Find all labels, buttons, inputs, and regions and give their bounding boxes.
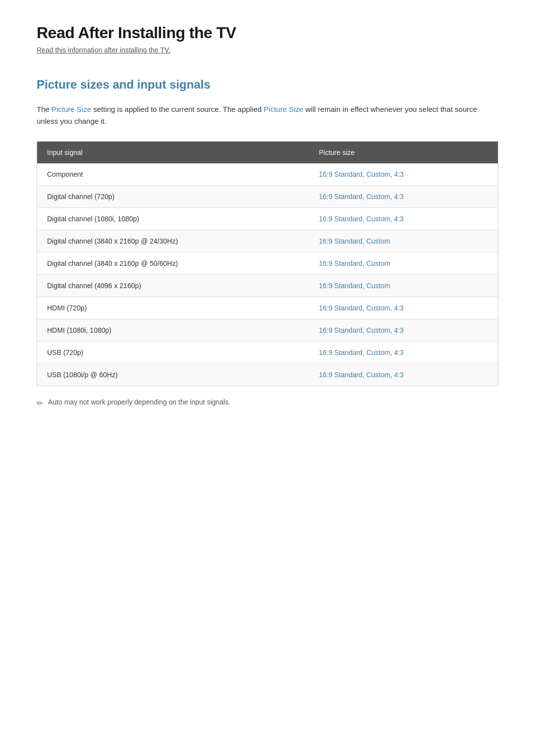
cell-input-signal: HDMI (1080i, 1080p) <box>37 319 309 342</box>
cell-input-signal: USB (720p) <box>37 342 309 364</box>
cell-input-signal: Component <box>37 163 309 186</box>
cell-picture-size: 16:9 Standard, Custom, 4:3 <box>309 163 498 186</box>
column-header-input: Input signal <box>37 142 309 164</box>
page-subtitle: Read this information after installing t… <box>37 46 498 54</box>
table-row: Digital channel (3840 x 2160p @ 24/30Hz)… <box>37 230 498 252</box>
table-row: Digital channel (3840 x 2160p @ 50/60Hz)… <box>37 252 498 275</box>
cell-input-signal: Digital channel (1080i, 1080p) <box>37 208 309 230</box>
cell-picture-size: 16:9 Standard, Custom <box>309 230 498 252</box>
column-header-size: Picture size <box>309 142 498 164</box>
cell-input-signal: USB (1080i/p @ 60Hz) <box>37 364 309 386</box>
cell-input-signal: Digital channel (3840 x 2160p @ 50/60Hz) <box>37 252 309 275</box>
table-row: HDMI (720p)16:9 Standard, Custom, 4:3 <box>37 297 498 319</box>
cell-picture-size: 16:9 Standard, Custom, 4:3 <box>309 297 498 319</box>
note-text: Auto may not work properly depending on … <box>48 398 230 406</box>
table-row: Digital channel (1080i, 1080p)16:9 Stand… <box>37 208 498 230</box>
picture-size-link-2: Picture Size <box>264 105 303 113</box>
table-row: USB (720p)16:9 Standard, Custom, 4:3 <box>37 342 498 364</box>
table-row: Component16:9 Standard, Custom, 4:3 <box>37 163 498 186</box>
cell-picture-size: 16:9 Standard, Custom, 4:3 <box>309 342 498 364</box>
cell-picture-size: 16:9 Standard, Custom, 4:3 <box>309 364 498 386</box>
cell-picture-size: 16:9 Standard, Custom <box>309 275 498 297</box>
cell-input-signal: Digital channel (720p) <box>37 186 309 208</box>
intro-text-part2: setting is applied to the current source… <box>91 105 264 113</box>
cell-input-signal: Digital channel (4096 x 2160p) <box>37 275 309 297</box>
cell-picture-size: 16:9 Standard, Custom, 4:3 <box>309 319 498 342</box>
cell-input-signal: Digital channel (3840 x 2160p @ 24/30Hz) <box>37 230 309 252</box>
note-icon: ✏ <box>37 399 43 408</box>
note-section: ✏ Auto may not work properly depending o… <box>37 398 498 408</box>
table-header-row: Input signal Picture size <box>37 142 498 164</box>
intro-paragraph: The Picture Size setting is applied to t… <box>37 103 498 127</box>
cell-picture-size: 16:9 Standard, Custom <box>309 252 498 275</box>
table-row: Digital channel (720p)16:9 Standard, Cus… <box>37 186 498 208</box>
cell-picture-size: 16:9 Standard, Custom, 4:3 <box>309 208 498 230</box>
picture-size-link-1: Picture Size <box>52 105 91 113</box>
section-title: Picture sizes and input signals <box>37 78 498 92</box>
signal-table: Input signal Picture size Component16:9 … <box>37 141 498 386</box>
cell-input-signal: HDMI (720p) <box>37 297 309 319</box>
page-title: Read After Installing the TV <box>37 24 498 42</box>
cell-picture-size: 16:9 Standard, Custom, 4:3 <box>309 186 498 208</box>
table-row: HDMI (1080i, 1080p)16:9 Standard, Custom… <box>37 319 498 342</box>
table-row: Digital channel (4096 x 2160p)16:9 Stand… <box>37 275 498 297</box>
intro-text-part1: The <box>37 105 52 113</box>
table-row: USB (1080i/p @ 60Hz)16:9 Standard, Custo… <box>37 364 498 386</box>
